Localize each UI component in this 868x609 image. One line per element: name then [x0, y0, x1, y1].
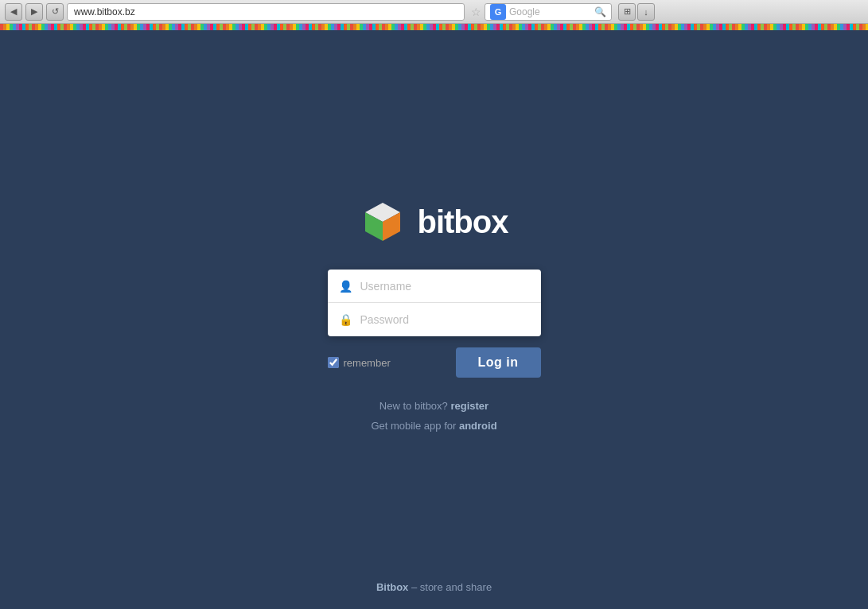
android-row: Get mobile app for android	[371, 420, 496, 432]
username-input[interactable]	[360, 280, 530, 293]
forward-button[interactable]: ▶	[25, 3, 43, 21]
browser-toolbar: ⊞ ↓	[618, 3, 655, 21]
password-input[interactable]	[360, 313, 530, 326]
remember-checkbox[interactable]	[328, 357, 339, 368]
register-link[interactable]: register	[450, 400, 488, 412]
logo-text: bitbox	[418, 204, 508, 240]
browser-chrome: ◀ ▶ ↺ www.bitbox.bz ☆ G Google 🔍 ⊞ ↓	[0, 0, 868, 24]
form-footer: remember Log in	[328, 347, 541, 378]
android-link[interactable]: android	[459, 420, 497, 432]
pixel-bar	[0, 24, 868, 30]
remember-label[interactable]: remember	[328, 357, 391, 369]
toolbar-btn-2[interactable]: ↓	[637, 3, 655, 21]
search-placeholder: Google	[509, 6, 540, 17]
refresh-button[interactable]: ↺	[46, 3, 64, 21]
remember-text: remember	[344, 357, 391, 369]
mobile-text: Get mobile app for	[371, 420, 456, 432]
username-row: 👤	[328, 270, 541, 303]
login-form: 👤 🔒	[328, 270, 541, 336]
address-bar[interactable]: www.bitbox.bz	[67, 3, 465, 21]
bookmark-icon[interactable]: ☆	[471, 6, 481, 18]
back-button[interactable]: ◀	[5, 3, 22, 21]
main-content: bitbox 👤 🔒 remember Log in New to bitbox…	[0, 30, 868, 609]
lock-icon: 🔒	[339, 313, 352, 326]
footer-brand: Bitbox	[376, 581, 408, 593]
logo-area: bitbox	[360, 200, 508, 244]
user-icon: 👤	[339, 280, 352, 293]
google-icon: G	[490, 4, 506, 20]
search-icon: 🔍	[594, 6, 606, 17]
form-links: New to bitbox? register Get mobile app f…	[371, 400, 496, 440]
new-user-text: New to bitbox?	[380, 400, 448, 412]
register-row: New to bitbox? register	[371, 400, 496, 412]
login-button[interactable]: Log in	[456, 347, 541, 378]
search-bar[interactable]: G Google 🔍	[485, 3, 612, 21]
url-text: www.bitbox.bz	[74, 6, 135, 17]
bitbox-logo-icon	[360, 200, 405, 244]
toolbar-btn-1[interactable]: ⊞	[618, 3, 636, 21]
footer-tagline: – store and share	[408, 581, 492, 593]
password-row: 🔒	[328, 303, 541, 336]
page-footer: Bitbox – store and share	[376, 581, 492, 593]
